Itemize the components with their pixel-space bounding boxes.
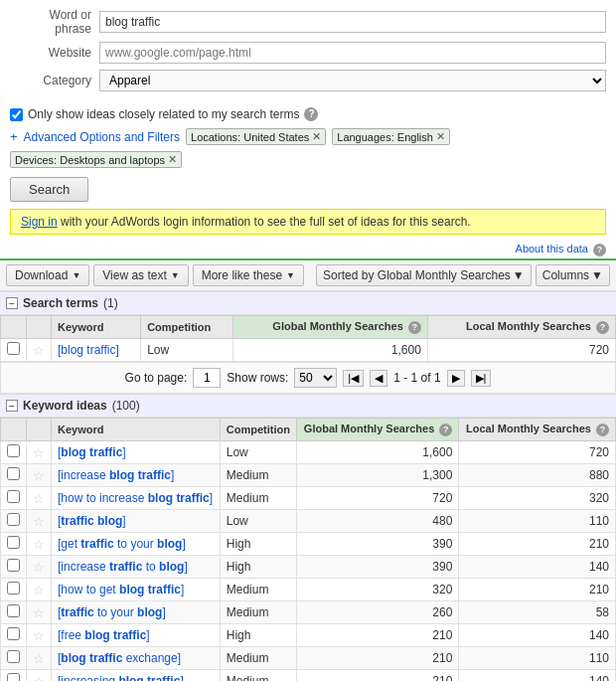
ki-row-checkbox[interactable]: [7, 467, 20, 480]
sort-dropdown[interactable]: Sorted by Global Monthly Searches ▼: [316, 264, 532, 286]
row-competition-cell: Low: [141, 339, 233, 362]
ki-row-star-icon[interactable]: ☆: [33, 560, 45, 575]
ki-row-keyword-link[interactable]: [get traffic to your blog]: [58, 537, 186, 551]
ki-row-checkbox[interactable]: [7, 536, 20, 549]
signin-text: with your AdWords login information to s…: [58, 215, 471, 229]
ki-row-keyword-cell: [traffic to your blog]: [52, 601, 221, 624]
row-keyword-link[interactable]: [blog traffic]: [58, 343, 119, 357]
ki-row-star-icon[interactable]: ☆: [33, 514, 45, 529]
signin-link[interactable]: Sign in: [21, 215, 58, 229]
columns-label: Columns: [542, 268, 589, 282]
word-phrase-input[interactable]: [99, 11, 606, 33]
ki-row-star-cell: ☆: [27, 441, 52, 464]
first-page-btn[interactable]: |◀: [343, 370, 364, 387]
category-select[interactable]: Apparel: [99, 70, 606, 91]
rows-select[interactable]: 50 10 25 100: [294, 368, 337, 388]
ki-row-checkbox[interactable]: [7, 582, 20, 595]
ki-row-competition-cell: Low: [220, 441, 296, 464]
ki-row-checkbox[interactable]: [7, 444, 20, 457]
ki-row-star-icon[interactable]: ☆: [33, 537, 45, 552]
more-like-these-arrow-icon: ▼: [286, 270, 295, 280]
related-checkbox[interactable]: [10, 108, 23, 121]
th-local: Local Monthly Searches ?: [427, 316, 615, 339]
download-button[interactable]: Download ▼: [6, 264, 89, 286]
ki-row-keyword-link[interactable]: [how to get blog traffic]: [58, 583, 184, 596]
ki-th-checkbox: [1, 419, 27, 441]
ki-row-star-icon[interactable]: ☆: [33, 651, 45, 666]
locations-tag-remove[interactable]: ✕: [312, 130, 321, 143]
ki-row-checkbox[interactable]: [7, 673, 20, 681]
search-button[interactable]: Search: [10, 177, 88, 202]
languages-tag-text: Languages: English: [337, 131, 433, 143]
th-competition: Competition: [141, 316, 233, 339]
ki-row-checkbox[interactable]: [7, 490, 20, 503]
advanced-plus-icon[interactable]: +: [10, 129, 18, 144]
search-terms-header: − Search terms (1): [0, 291, 616, 315]
advanced-options-link[interactable]: Advanced Options and Filters: [24, 130, 180, 144]
languages-tag-remove[interactable]: ✕: [436, 130, 445, 143]
ki-row-global-cell: 720: [297, 487, 459, 510]
ki-row-competition-cell: High: [220, 556, 296, 579]
devices-tag-text: Devices: Desktops and laptops: [15, 154, 165, 166]
search-terms-collapse-icon[interactable]: −: [6, 297, 18, 309]
ki-row-keyword-link[interactable]: [increase blog traffic]: [58, 468, 174, 482]
keyword-idea-row: ☆[get traffic to your blog]High390210: [1, 533, 616, 556]
about-link[interactable]: About this data ?: [516, 243, 606, 256]
ki-row-star-icon[interactable]: ☆: [33, 583, 45, 597]
ki-row-checkbox[interactable]: [7, 650, 20, 663]
keyword-idea-row: ☆[increasing blog traffic]Medium210140: [1, 670, 616, 682]
ki-th-global: Global Monthly Searches ?: [297, 419, 459, 441]
about-row: About this data ?: [0, 241, 616, 260]
ki-row-keyword-link[interactable]: [increasing blog traffic]: [58, 674, 184, 681]
ki-local-help-icon: ?: [596, 424, 609, 436]
keyword-idea-row: ☆[increase blog traffic]Medium1,300880: [1, 464, 616, 487]
word-phrase-row: Word or phrase: [10, 8, 606, 36]
last-page-btn[interactable]: ▶|: [471, 370, 492, 387]
ki-row-keyword-link[interactable]: [blog traffic exchange]: [58, 651, 181, 665]
keyword-idea-row: ☆[blog traffic exchange]Medium210110: [1, 647, 616, 670]
next-page-btn[interactable]: ▶: [447, 370, 465, 387]
download-label: Download: [15, 268, 68, 282]
ki-row-checkbox[interactable]: [7, 513, 20, 526]
toolbar-row: Download ▼ View as text ▼ More like thes…: [0, 260, 616, 291]
row-checkbox[interactable]: [7, 342, 20, 355]
ki-row-global-cell: 210: [297, 647, 459, 670]
ki-row-star-cell: ☆: [27, 556, 52, 579]
keyword-idea-row: ☆[blog traffic]Low1,600720: [1, 441, 616, 464]
ki-th-competition: Competition: [220, 419, 296, 441]
website-input[interactable]: [99, 42, 606, 64]
ki-row-keyword-link[interactable]: [increase traffic to blog]: [58, 560, 188, 574]
row-star-icon[interactable]: ☆: [33, 343, 45, 358]
advanced-row: + Advanced Options and Filters Locations…: [0, 125, 616, 173]
prev-page-btn[interactable]: ◀: [370, 370, 387, 387]
ki-row-star-icon[interactable]: ☆: [33, 628, 45, 643]
form-section: Word or phrase Website Category Apparel: [0, 0, 616, 103]
ki-row-keyword-link[interactable]: [traffic blog]: [58, 514, 126, 528]
ki-row-checkbox[interactable]: [7, 627, 20, 640]
ki-row-checkbox[interactable]: [7, 604, 20, 617]
checkbox-help-icon[interactable]: ?: [304, 107, 318, 121]
keyword-ideas-title: Keyword ideas: [23, 399, 107, 413]
more-like-these-button[interactable]: More like these ▼: [193, 264, 304, 286]
keyword-ideas-collapse-icon[interactable]: −: [6, 400, 18, 412]
ki-row-keyword-link[interactable]: [blog traffic]: [58, 445, 126, 459]
ki-th-keyword: Keyword: [52, 419, 221, 441]
ki-row-keyword-link[interactable]: [traffic to your blog]: [58, 605, 166, 619]
ki-row-checkbox[interactable]: [7, 559, 20, 572]
ki-row-star-icon[interactable]: ☆: [33, 491, 45, 506]
ki-row-star-icon[interactable]: ☆: [33, 674, 45, 682]
view-as-text-button[interactable]: View as text ▼: [93, 264, 188, 286]
devices-tag-remove[interactable]: ✕: [168, 153, 177, 166]
view-as-text-label: View as text: [102, 268, 166, 282]
ki-row-keyword-link[interactable]: [free blog traffic]: [58, 628, 150, 642]
ki-row-star-icon[interactable]: ☆: [33, 445, 45, 460]
page-input[interactable]: [193, 368, 221, 388]
ki-row-checkbox-cell: [1, 487, 27, 510]
columns-dropdown[interactable]: Columns ▼: [536, 264, 610, 286]
ki-row-keyword-link[interactable]: [how to increase blog traffic]: [58, 491, 213, 505]
ki-row-star-icon[interactable]: ☆: [33, 605, 45, 620]
ki-row-star-icon[interactable]: ☆: [33, 468, 45, 483]
ki-row-keyword-cell: [blog traffic exchange]: [52, 647, 221, 670]
ki-row-global-cell: 390: [297, 556, 459, 579]
locations-tag: Locations: United States ✕: [186, 128, 326, 145]
